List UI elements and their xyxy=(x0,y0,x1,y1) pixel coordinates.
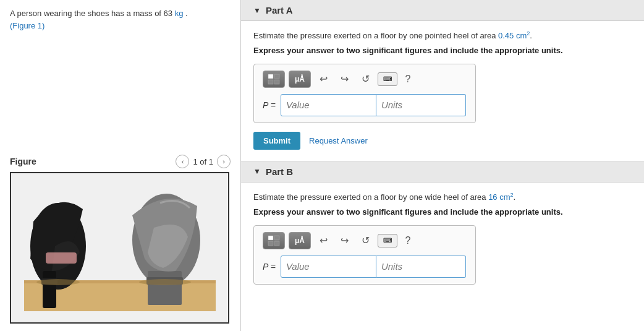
figure-header: Figure ‹ 1 of 1 › xyxy=(10,155,231,168)
next-figure-button[interactable]: › xyxy=(217,155,231,168)
part-b-value-input[interactable] xyxy=(281,256,376,278)
part-a-input-row: P = xyxy=(263,94,467,116)
part-b-p-label: P = xyxy=(263,262,276,272)
mu-button-a[interactable]: μÅ xyxy=(289,71,311,88)
svg-rect-14 xyxy=(274,80,279,84)
prev-figure-button[interactable]: ‹ xyxy=(176,155,189,168)
redo-button-a[interactable]: ↪ xyxy=(336,71,353,88)
keyboard-button-b[interactable]: ⌨ xyxy=(378,234,397,247)
part-b-input-row: P = xyxy=(263,256,467,278)
part-a-value-input[interactable] xyxy=(281,94,376,116)
figure-image-box xyxy=(10,172,229,324)
help-button-a[interactable]: ? xyxy=(401,72,415,86)
svg-rect-12 xyxy=(274,74,279,79)
figure-ref: (Figure 1) xyxy=(10,21,44,30)
svg-rect-11 xyxy=(268,74,273,79)
right-panel: ▼ Part A Estimate the pressure exerted o… xyxy=(241,0,644,331)
figure-count: 1 of 1 xyxy=(193,157,213,166)
part-b-content: Estimate the pressure exerted on a floor… xyxy=(241,183,644,296)
svg-rect-15 xyxy=(268,236,273,240)
svg-rect-7 xyxy=(148,271,182,305)
part-b-answer-box: μÅ ↩ ↪ ↺ ⌨ ? P = xyxy=(253,225,476,285)
svg-rect-18 xyxy=(274,241,279,246)
part-b-area: 16 cm2 xyxy=(488,192,513,202)
part-a-content: Estimate the pressure exerted on a floor… xyxy=(241,21,644,161)
part-b-header: ▼ Part B xyxy=(241,161,644,183)
part-a-answer-box: μÅ ↩ ↪ ↺ ⌨ ? P = xyxy=(253,64,476,123)
part-a-p-label: P = xyxy=(263,100,276,110)
part-a-collapse-arrow[interactable]: ▼ xyxy=(253,6,261,15)
problem-text: A person wearing the shoes has a mass of… xyxy=(10,7,231,32)
shoe-svg xyxy=(24,184,216,311)
help-button-b[interactable]: ? xyxy=(401,234,415,247)
part-a-header: ▼ Part A xyxy=(241,0,644,21)
svg-rect-5 xyxy=(46,252,77,264)
part-a-toolbar: μÅ ↩ ↪ ↺ ⌨ ? xyxy=(263,71,467,88)
part-b-question: Estimate the pressure exerted on a floor… xyxy=(253,191,632,204)
part-b-instruction: Express your answer to two significant f… xyxy=(253,207,632,217)
mass-unit: kg xyxy=(175,9,184,18)
submit-button-a[interactable]: Submit xyxy=(253,132,300,150)
svg-rect-17 xyxy=(268,241,273,246)
part-a-title: Part A xyxy=(266,5,293,15)
part-b-units-input[interactable] xyxy=(376,256,466,278)
part-a-area: 0.45 cm2 xyxy=(498,31,530,40)
part-a-instruction: Express your answer to two significant f… xyxy=(253,46,632,55)
undo-button-a[interactable]: ↩ xyxy=(315,71,332,88)
reset-button-b[interactable]: ↺ xyxy=(357,232,374,249)
matrix-button-b[interactable] xyxy=(263,232,285,249)
figure-nav: ‹ 1 of 1 › xyxy=(176,155,231,168)
part-b-toolbar: μÅ ↩ ↪ ↺ ⌨ ? xyxy=(263,232,467,249)
svg-point-9 xyxy=(36,279,80,285)
matrix-button-a[interactable] xyxy=(263,71,285,88)
keyboard-button-a[interactable]: ⌨ xyxy=(378,72,397,86)
part-b-section: ▼ Part B Estimate the pressure exerted o… xyxy=(241,161,644,296)
redo-button-b[interactable]: ↪ xyxy=(336,232,353,249)
svg-rect-13 xyxy=(268,80,273,84)
part-a-actions: Submit Request Answer xyxy=(253,132,632,150)
undo-button-b[interactable]: ↩ xyxy=(315,232,332,249)
part-a-question: Estimate the pressure exerted on a floor… xyxy=(253,30,632,42)
mu-button-b[interactable]: μÅ xyxy=(289,232,311,249)
svg-rect-16 xyxy=(274,236,279,240)
svg-point-10 xyxy=(139,279,191,285)
reset-button-a[interactable]: ↺ xyxy=(357,71,374,88)
figure-label: Figure xyxy=(10,157,176,166)
part-a-section: ▼ Part A Estimate the pressure exerted o… xyxy=(241,0,644,161)
svg-rect-3 xyxy=(43,271,56,308)
part-b-collapse-arrow[interactable]: ▼ xyxy=(253,167,261,176)
part-b-title: Part B xyxy=(266,166,293,177)
request-answer-a[interactable]: Request Answer xyxy=(309,136,368,145)
left-panel: A person wearing the shoes has a mass of… xyxy=(0,0,241,331)
part-a-units-input[interactable] xyxy=(376,94,466,116)
